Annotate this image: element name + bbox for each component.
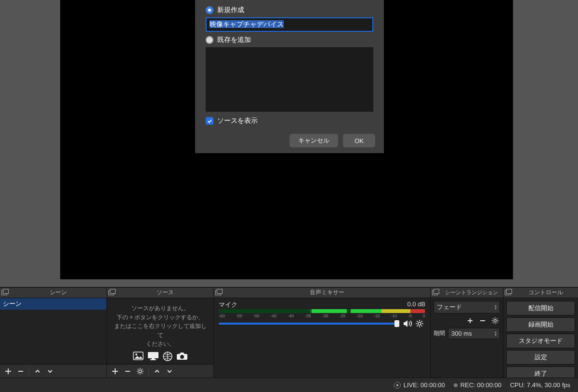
transition-settings-button[interactable] [490,316,500,325]
scenes-title: シーン [10,288,106,297]
globe-icon [163,352,172,361]
transition-select[interactable]: フェード ▴▾ [434,301,500,314]
scenes-header[interactable]: シーン [0,287,106,298]
svg-point-8 [418,322,421,325]
svg-rect-3 [152,358,155,359]
duration-value: 300 ms [451,330,472,337]
add-scene-button[interactable] [2,366,14,377]
mixer-header[interactable]: 音声ミキサー [214,287,430,298]
start-streaming-button[interactable]: 配信開始 [506,301,575,315]
popout-icon[interactable] [214,289,223,296]
studio-mode-button[interactable]: スタジオモード [506,334,575,348]
controls-dock: コントロール 配信開始 録画開始 スタジオモード 設定 終了 [503,287,578,378]
controls-header[interactable]: コントロール [503,287,578,298]
source-properties-button[interactable] [134,366,146,377]
duration-input[interactable]: 300 ms ▴▾ [448,328,500,339]
slider-thumb[interactable] [394,320,399,327]
sources-title: ソース [117,288,213,297]
tick: -55 [236,314,242,318]
volume-slider[interactable] [219,323,399,325]
status-bar: LIVE: 00:00:00 REC: 00:00:00 CPU: 7.4%, … [0,378,578,392]
ok-button[interactable]: OK [343,134,375,147]
scene-up-button[interactable] [31,366,44,377]
scene-item[interactable]: シーン [0,298,106,310]
popout-icon[interactable] [107,289,117,296]
separator [148,367,149,376]
broadcast-icon [394,382,401,389]
audio-mixer-dock: 音声ミキサー マイク 0.0 dB -60 -55 -50 -45 -40 -3… [214,287,431,378]
empty-line: 下の + ボタンをクリックするか、 [112,313,209,322]
add-transition-button[interactable] [465,316,475,325]
record-dot-icon [454,383,458,387]
existing-sources-listbox[interactable] [206,47,373,112]
mixer-body: マイク 0.0 dB -60 -55 -50 -45 -40 -35 -30 -… [214,298,430,378]
source-down-button[interactable] [163,366,176,377]
gear-icon[interactable] [416,320,423,327]
tick: 0 [423,314,425,318]
source-up-button[interactable] [151,366,163,377]
scenes-toolbar [0,364,106,378]
source-name-value: 映像キャプチャデバイス [210,20,284,28]
start-recording-button[interactable]: 録画開始 [506,317,575,332]
show-source-checkbox-row[interactable]: ソースを表示 [206,117,373,125]
tick: -35 [305,314,311,318]
separator [29,367,29,376]
add-source-button[interactable] [109,366,121,377]
sources-dock: ソース ソースがありません。 下の + ボタンをクリックするか、 またはここを右… [107,287,214,378]
svg-point-1 [135,353,137,355]
remove-transition-button[interactable] [478,316,487,325]
cancel-button[interactable]: キャンセル [289,134,338,147]
sources-toolbar [107,364,213,378]
controls-body: 配信開始 録画開始 スタジオモード 設定 終了 [503,298,578,378]
svg-point-6 [180,355,184,359]
create-new-radio-row[interactable]: 新規作成 [206,6,373,14]
popout-icon[interactable] [431,289,440,296]
mixer-title: 音声ミキサー [223,288,430,297]
source-type-icons [112,352,209,361]
tick: -30 [322,314,328,318]
popout-icon[interactable] [0,289,10,296]
tick: -60 [219,314,225,318]
svg-rect-4 [150,359,156,360]
tick: -10 [391,314,397,318]
exit-button[interactable]: 終了 [506,366,575,378]
tick: -50 [253,314,259,318]
scene-down-button[interactable] [44,366,56,377]
cpu-label: CPU: 7.4%, 30.00 fps [510,381,570,389]
speaker-icon[interactable] [403,320,413,327]
checkbox-icon [206,117,213,125]
source-name-input[interactable]: 映像キャプチャデバイス [206,17,373,32]
display-icon [147,352,159,361]
mixer-level-db: 0.0 dB [407,301,425,309]
tick: -20 [356,314,363,318]
scenes-dock: シーン シーン [0,287,107,378]
popout-icon[interactable] [503,289,513,296]
transitions-dock: シーントランジション フェード ▴▾ 期間 300 ms ▴▾ [431,287,503,378]
transitions-title: シーントランジション [440,289,503,296]
rec-status: REC: 00:00:00 [454,381,501,389]
empty-line: ソースがありません。 [112,304,209,313]
remove-scene-button[interactable] [14,366,27,377]
image-icon [133,352,144,361]
scenes-body[interactable]: シーン [0,298,106,378]
remove-source-button[interactable] [121,366,134,377]
tick: -25 [339,314,345,318]
sources-header[interactable]: ソース [107,287,213,298]
add-existing-label: 既存を追加 [217,36,251,44]
settings-button[interactable]: 設定 [506,350,575,365]
tick: -45 [270,314,276,318]
transitions-body: フェード ▴▾ 期間 300 ms ▴▾ [431,298,503,378]
transitions-header[interactable]: シーントランジション [431,287,503,298]
svg-rect-2 [148,352,158,358]
show-source-label: ソースを表示 [217,117,258,125]
add-existing-radio-row[interactable]: 既存を追加 [206,36,373,44]
empty-line: またはここを右クリックして追加して [112,322,209,340]
svg-point-9 [494,320,497,322]
sources-empty-text: ソースがありません。 下の + ボタンをクリックするか、 またはここを右クリック… [107,298,213,363]
controls-title: コントロール [513,288,578,297]
tick: -5 [408,314,412,318]
sources-body[interactable]: ソースがありません。 下の + ボタンをクリックするか、 またはここを右クリック… [107,298,213,378]
rec-label: REC: 00:00:00 [460,381,501,389]
audio-meter [219,309,425,313]
cpu-status: CPU: 7.4%, 30.00 fps [510,381,570,389]
